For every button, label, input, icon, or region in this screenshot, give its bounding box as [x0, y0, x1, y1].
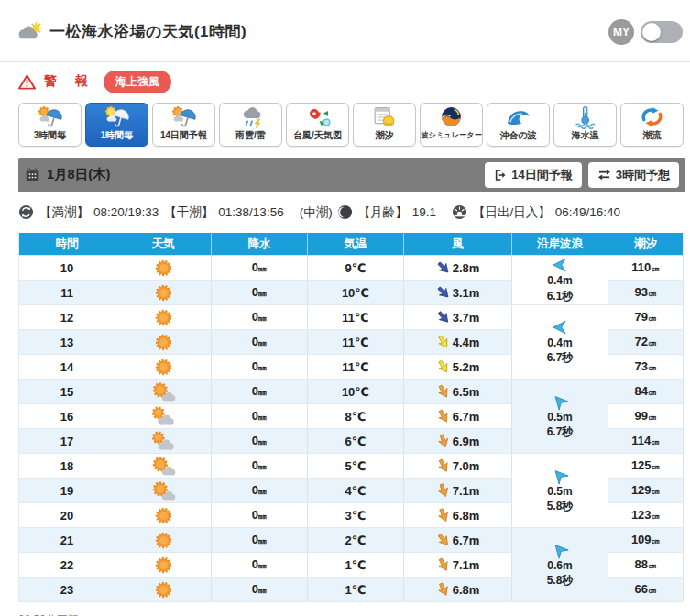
precip-cell: 0㎜	[212, 578, 308, 602]
forecast-row-21: 210㎜2℃6.7m0.6m5.8秒109㎝	[19, 528, 684, 553]
wave-direction-arrow-icon	[552, 393, 568, 410]
tab-bar: 3時間毎1時間毎14日間予報雨雲/雷台風/天気図潮汐波シミュレーター沖合の波海水…	[0, 98, 690, 154]
wind-cell: 7.1m	[404, 553, 512, 578]
tab-2[interactable]: 1時間毎	[85, 103, 148, 147]
precip-cell: 0㎜	[212, 553, 308, 578]
weather-cloud-sun-icon	[115, 406, 211, 427]
tide-cell: 73㎝	[608, 355, 684, 380]
wind-cell: 5.2m	[404, 355, 512, 380]
date-bar: 1月8日(木) 14日間予報 3時間予想	[18, 158, 685, 192]
tide-cell: 123㎝	[608, 503, 684, 528]
moon-age-label: 【月齢】	[358, 204, 408, 221]
date-buttons: 14日間予報 3時間予想	[485, 162, 679, 188]
column-header: 沿岸波浪	[512, 233, 608, 256]
hour-cell: 11	[19, 280, 115, 305]
low-tide-label: 【干潮】	[164, 204, 214, 221]
tide-cell: 66㎝	[608, 578, 684, 602]
wave-period: 6.7秒	[547, 351, 574, 366]
weather-cell	[115, 404, 212, 429]
wave-direction-arrow-icon	[552, 542, 568, 558]
wave-direction-arrow-icon	[552, 257, 568, 273]
tab-label: 波シミュレーター	[421, 130, 482, 140]
weather-cell	[115, 280, 212, 305]
tab-label: 台風/天気図	[293, 129, 342, 142]
tab-6[interactable]: 潮汐	[353, 103, 416, 147]
tab-5[interactable]: 台風/天気図	[286, 103, 349, 147]
precip-cell: 0㎜	[212, 528, 308, 553]
wave-period: 5.8秒	[547, 500, 574, 514]
sunrise-sunset-label: 【日出/日入】	[473, 204, 551, 221]
warning-tag[interactable]: 海上強風	[104, 71, 171, 94]
wave-period: 6.7秒	[547, 425, 574, 440]
high-tide-label: 【満潮】	[39, 204, 89, 221]
forecast-row-10: 100㎜9℃2.8m0.4m6.1秒110㎝	[19, 256, 684, 280]
wind-speed: 6.5m	[453, 385, 480, 399]
my-toggle[interactable]	[641, 21, 683, 43]
column-header: 潮汐	[608, 233, 684, 256]
warning-label[interactable]: 警 報	[44, 73, 95, 90]
wave-direction-arrow-icon	[552, 468, 568, 484]
wind-direction-arrow-icon	[436, 260, 451, 275]
hour-cell: 17	[19, 429, 115, 454]
wind-speed: 2.8m	[453, 261, 480, 275]
hourly-forecast-table: 時間天気降水気温風沿岸波浪潮汐 100㎜9℃2.8m0.4m6.1秒110㎝11…	[18, 233, 684, 603]
wind-cell: 6.9m	[404, 429, 512, 454]
hour-cell: 15	[19, 380, 115, 404]
sea-temp-icon	[573, 104, 597, 129]
fourteen-day-forecast-button[interactable]: 14日間予報	[485, 162, 581, 188]
table-body: 100㎜9℃2.8m0.4m6.1秒110㎝110㎜10℃3.1m93㎝120㎜…	[19, 256, 684, 602]
tide-cell: 88㎝	[608, 553, 684, 578]
sunrise-sunset-value: 06:49/16:40	[555, 205, 620, 219]
weather-cell	[115, 454, 212, 478]
my-toggle-knob	[642, 23, 661, 41]
weather-cell	[115, 528, 212, 553]
precip-cell: 0㎜	[212, 330, 308, 355]
temp-cell: 8℃	[308, 404, 404, 429]
sunrise-icon	[452, 204, 467, 220]
tab-label: 潮流	[643, 129, 662, 142]
external-arrow-icon	[494, 169, 507, 182]
temp-cell: 6℃	[308, 429, 404, 454]
forecast-sun-umbrella-icon	[104, 105, 131, 129]
hour-cell: 14	[19, 355, 115, 380]
three-hour-forecast-button[interactable]: 3時間予想	[588, 162, 679, 188]
wind-cell: 6.8m	[404, 503, 512, 528]
my-badge[interactable]: MY	[608, 19, 634, 45]
tab-4[interactable]: 雨雲/雷	[219, 103, 282, 147]
update-time-link[interactable]: 08:50分更新	[18, 612, 79, 616]
date-label: 1月8日(木)	[47, 166, 110, 183]
weather-sun-icon	[115, 530, 211, 551]
wind-direction-arrow-icon	[436, 533, 451, 547]
weather-sun-cloud-icon	[115, 480, 211, 501]
temp-cell: 11℃	[308, 330, 404, 355]
tab-3[interactable]: 14日間予報	[152, 103, 215, 147]
temp-cell: 4℃	[308, 478, 404, 503]
cloud-sun-icon	[16, 21, 44, 43]
wave-period: 6.1秒	[547, 290, 574, 304]
wind-speed: 6.7m	[453, 534, 480, 547]
tab-label: 潮汐	[376, 129, 394, 142]
tab-7[interactable]: 波シミュレーター	[420, 103, 483, 147]
wave-height: 0.4m	[547, 274, 572, 289]
tab-9[interactable]: 海水温	[553, 103, 617, 147]
weather-cell	[115, 256, 212, 280]
tide-cell: 110㎝	[608, 256, 684, 280]
wave-height: 0.4m	[547, 336, 572, 351]
weather-cell	[115, 478, 212, 503]
tab-8[interactable]: 沖合の波	[487, 103, 550, 147]
tab-1[interactable]: 3時間毎	[18, 103, 82, 147]
precip-cell: 0㎜	[212, 355, 308, 380]
tab-10[interactable]: 潮流	[620, 103, 684, 147]
wind-speed: 5.2m	[453, 360, 480, 374]
weather-page: 一松海水浴場の天気(1時間) MY 警 報 海上強風 3時間毎1時間毎14日間予…	[0, 0, 690, 616]
tide-cell: 125㎝	[608, 454, 684, 478]
calendar-icon	[25, 167, 40, 182]
tide-calendar-icon	[372, 104, 397, 129]
forecast-row-15: 150㎜10℃6.5m0.5m6.7秒84㎝	[19, 380, 684, 404]
wind-cell: 6.8m	[404, 578, 512, 602]
wind-cell: 2.8m	[404, 256, 512, 280]
wind-direction-arrow-icon	[436, 359, 451, 374]
header-right: MY	[608, 19, 683, 45]
table-header-row: 時間天気降水気温風沿岸波浪潮汐	[19, 233, 684, 256]
wind-speed: 6.8m	[453, 509, 480, 522]
